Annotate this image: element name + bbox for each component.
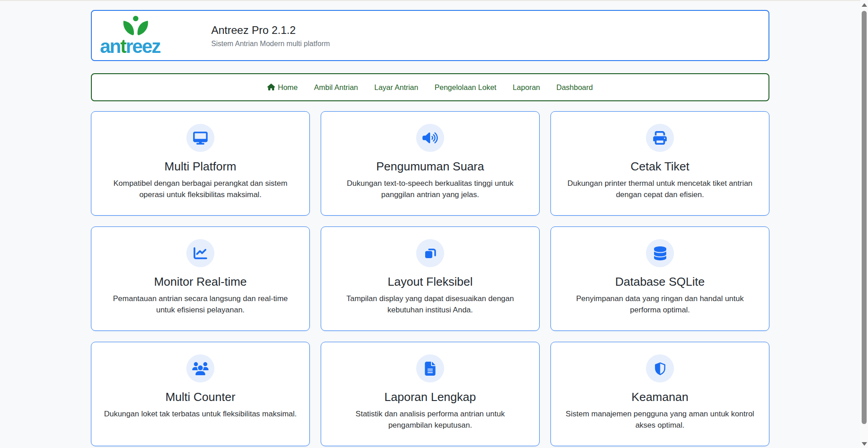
feature-title: Database SQLite [560,275,760,289]
feature-title: Pengumuman Suara [330,160,530,174]
main-navbar: Home Ambil Antrian Layar Antrian Pengelo… [91,73,769,101]
antreez-logo: antreez [100,15,171,57]
nav-item-home[interactable]: Home [267,83,298,92]
shield-icon [654,362,667,376]
feature-title: Laporan Lengkap [330,391,530,404]
icon-circle [416,354,444,382]
icon-circle [186,239,214,267]
icon-circle [646,354,674,382]
desktop-icon [193,132,208,145]
nav-label: Pengelolaan Loket [435,83,497,92]
scrollbar-up-arrow[interactable] [862,3,867,7]
feature-title: Keamanan [560,391,760,404]
header-titles: Antreez Pro 2.1.2 Sistem Antrian Modern … [211,24,330,48]
feature-card-pengumuman-suara: Pengumuman Suara Dukungan text-to-speech… [321,111,540,216]
feature-description: Tampilan display yang dapat disesuaikan … [333,293,527,316]
feature-grid: Multi Platform Kompatibel dengan berbaga… [91,111,769,446]
app-title: Antreez Pro 2.1.2 [211,24,330,37]
home-icon [267,84,275,90]
database-icon [654,246,666,260]
feature-title: Monitor Real-time [100,275,300,289]
feature-description: Pemantauan antrian secara langsung dan r… [103,293,298,316]
app-subtitle: Sistem Antrian Modern multi platform [211,40,330,48]
feature-title: Multi Platform [100,160,300,174]
feature-description: Dukungan text-to-speech berkualitas ting… [333,178,527,200]
feature-description: Statistik dan analisis performa antrian … [333,409,527,431]
feature-description: Sistem manajemen pengguna yang aman untu… [563,409,757,431]
nav-label: Ambil Antrian [314,83,358,92]
feature-description: Dukungan loket tak terbatas untuk fleksi… [103,409,298,420]
icon-circle [186,354,214,382]
feature-card-multi-platform: Multi Platform Kompatibel dengan berbaga… [91,111,310,216]
feature-description: Kompatibel dengan berbagai perangkat dan… [103,178,298,200]
feature-card-laporan-lengkap: Laporan Lengkap Statistik dan analisis p… [321,342,540,446]
feature-card-layout-fleksibel: Layout Fleksibel Tampilan display yang d… [321,226,540,331]
header-card: antreez Antreez Pro 2.1.2 Sistem Antrian… [91,10,769,61]
feature-title: Multi Counter [100,391,300,404]
plant-sprout-icon [118,15,153,38]
icon-circle [186,124,214,152]
scrollbar-down-arrow[interactable] [862,442,867,446]
clone-icon [423,246,437,260]
icon-circle [416,239,444,267]
file-lines-icon [425,362,436,376]
window-top-edge [0,0,868,1]
feature-card-database-sqlite: Database SQLite Penyimpanan data yang ri… [550,226,769,331]
feature-description: Penyimpanan data yang ringan dan handal … [563,293,757,316]
icon-circle [416,124,444,152]
feature-title: Cetak Tiket [560,160,760,174]
users-icon [192,362,209,375]
nav-item-ambil-antrian[interactable]: Ambil Antrian [314,83,358,92]
page-container: antreez Antreez Pro 2.1.2 Sistem Antrian… [91,0,769,446]
chart-line-icon [194,246,207,260]
nav-label: Dashboard [556,83,593,92]
nav-label: Layar Antrian [375,83,418,92]
feature-card-monitor-realtime: Monitor Real-time Pemantauan antrian sec… [91,226,310,331]
icon-circle [646,124,674,152]
nav-label: Home [278,83,298,92]
nav-item-pengelolaan-loket[interactable]: Pengelolaan Loket [435,83,497,92]
feature-card-cetak-tiket: Cetak Tiket Dukungan printer thermal unt… [550,111,769,216]
vertical-scrollbar[interactable] [860,0,868,448]
nav-label: Laporan [512,83,540,92]
nav-item-laporan[interactable]: Laporan [512,83,540,92]
feature-title: Layout Fleksibel [330,275,530,289]
feature-card-multi-counter: Multi Counter Dukungan loket tak terbata… [91,342,310,446]
nav-item-layar-antrian[interactable]: Layar Antrian [375,83,418,92]
feature-card-keamanan: Keamanan Sistem manajemen pengguna yang … [550,342,769,446]
logo-wordmark: antreez [100,37,160,56]
scrollbar-thumb[interactable] [862,11,867,424]
feature-description: Dukungan printer thermal untuk mencetak … [563,178,757,200]
icon-circle [646,239,674,267]
nav-item-dashboard[interactable]: Dashboard [556,83,593,92]
printer-icon [653,131,667,145]
speaker-icon [422,132,438,144]
